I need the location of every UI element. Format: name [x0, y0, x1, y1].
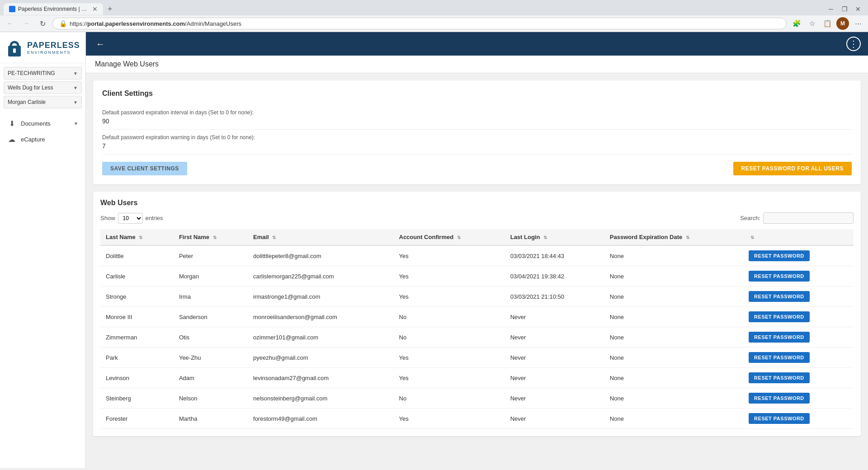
cell-last-name: Park — [100, 348, 174, 368]
setting-row-expiry-interval: Default password expiration interval in … — [102, 105, 852, 130]
cell-action: RESET PASSWORD — [743, 348, 854, 368]
cell-email: forestorm49@gmail.com — [248, 409, 393, 429]
sidebar-item-documents[interactable]: ⬇ Documents ▼ — [4, 116, 82, 132]
cell-last-login: 03/03/2021 18:44:43 — [505, 245, 604, 266]
cell-expiry: None — [604, 409, 743, 429]
chevron-down-icon: ▼ — [73, 71, 78, 76]
col-first-name[interactable]: First Name ⇅ — [174, 229, 248, 245]
web-users-section: Web Users Show 10 25 50 100 entries Sea — [93, 192, 861, 436]
more-options-button[interactable]: ⋯ — [852, 17, 864, 30]
forward-nav-button[interactable]: → — [20, 17, 33, 30]
show-entries-control: Show 10 25 50 100 entries — [100, 213, 163, 224]
reset-password-button[interactable]: RESET PASSWORD — [749, 311, 810, 322]
table-row: Zimmerman Otis ozimmer101@gmail.com No N… — [100, 327, 854, 348]
cell-confirmed: Yes — [394, 409, 505, 429]
sidebar-dropdown-client[interactable]: Wells Dug for Less ▼ — [4, 81, 82, 94]
secure-icon: 🔒 — [59, 20, 67, 27]
new-tab-button[interactable]: + — [105, 5, 115, 14]
page-title: Manage Web Users — [95, 60, 859, 68]
cloud-icon: ☁ — [7, 135, 16, 144]
reload-button[interactable]: ↻ — [36, 17, 49, 30]
cell-expiry: None — [604, 368, 743, 388]
cell-action: RESET PASSWORD — [743, 388, 854, 409]
close-window-button[interactable]: ✕ — [852, 3, 864, 15]
col-expiry[interactable]: Password Expiration Date ⇅ — [604, 229, 743, 245]
cell-expiry: None — [604, 287, 743, 307]
sort-icon-last-login: ⇅ — [543, 235, 547, 240]
cell-last-login: Never — [505, 388, 604, 409]
show-label: Show — [100, 215, 115, 221]
reset-password-button[interactable]: RESET PASSWORD — [749, 271, 810, 282]
sort-icon-last-name: ⇅ — [139, 235, 142, 240]
url-domain: portal.paperlessenvironments.com — [87, 20, 185, 27]
cell-confirmed: No — [394, 327, 505, 348]
reset-password-button[interactable]: RESET PASSWORD — [749, 291, 810, 302]
favorites-button[interactable]: ☆ — [806, 17, 818, 30]
table-row: Steinberg Nelson nelsonsteinberg@gmail.c… — [100, 388, 854, 409]
collections-button[interactable]: 📋 — [821, 17, 834, 30]
logo-text: PAPERLESS ENVIRONMENTS — [27, 41, 80, 55]
cell-last-login: Never — [505, 327, 604, 348]
url-text: https://portal.paperlessenvironments.com… — [70, 20, 780, 27]
setting-value-expiry-warning: 7 — [102, 142, 852, 150]
reset-password-button[interactable]: RESET PASSWORD — [749, 413, 810, 424]
back-button[interactable]: ← — [93, 37, 108, 51]
table-row: Levinson Adam levinsonadam27@gmail.com Y… — [100, 368, 854, 388]
col-last-name[interactable]: Last Name ⇅ — [100, 229, 174, 245]
sort-icon-action: ⇅ — [750, 235, 754, 240]
active-tab[interactable]: Paperless Environments | ePortal ✕ — [4, 3, 103, 15]
profile-button[interactable]: M — [836, 17, 849, 30]
client-settings-card: Client Settings Default password expirat… — [93, 80, 861, 184]
col-email[interactable]: Email ⇅ — [248, 229, 393, 245]
cell-email: levinsonadam27@gmail.com — [248, 368, 393, 388]
entries-per-page-select[interactable]: 10 25 50 100 — [118, 213, 143, 224]
back-nav-button[interactable]: ← — [4, 17, 16, 30]
sidebar-dropdown-user[interactable]: Morgan Carlisle ▼ — [4, 96, 82, 108]
col-confirmed[interactable]: Account Confirmed ⇅ — [394, 229, 505, 245]
cell-last-name: Dolittle — [100, 245, 174, 266]
reset-password-button[interactable]: RESET PASSWORD — [749, 372, 810, 383]
cell-first-name: Yee-Zhu — [174, 348, 248, 368]
cell-expiry: None — [604, 307, 743, 327]
cell-last-name: Monroe III — [100, 307, 174, 327]
cell-expiry: None — [604, 245, 743, 266]
col-action: ⇅ — [743, 229, 854, 245]
maximize-button[interactable]: ❐ — [838, 3, 851, 15]
table-row: Dolittle Peter dolitttlepeter8@gmail.com… — [100, 245, 854, 266]
reset-password-button[interactable]: RESET PASSWORD — [749, 332, 810, 343]
page-header: Manage Web Users — [86, 56, 868, 73]
main-content: ← ⋮ Manage Web Users Client Settings Def… — [86, 32, 868, 468]
setting-value-expiry-interval: 90 — [102, 118, 852, 125]
cell-action: RESET PASSWORD — [743, 368, 854, 388]
save-client-settings-button[interactable]: SAVE CLIENT SETTINGS — [102, 162, 187, 175]
browser-actions: 🧩 ☆ 📋 M ⋯ — [790, 17, 864, 30]
sidebar-dropdowns: PE-TECHWRITING ▼ Wells Dug for Less ▼ Mo… — [0, 63, 85, 112]
url-bar[interactable]: 🔒 https://portal.paperlessenvironments.c… — [52, 18, 787, 29]
cell-email: nelsonsteinberg@gmail.com — [248, 388, 393, 409]
reset-password-button[interactable]: RESET PASSWORD — [749, 250, 810, 261]
cell-action: RESET PASSWORD — [743, 245, 854, 266]
cell-confirmed: Yes — [394, 245, 505, 266]
col-last-login[interactable]: Last Login ⇅ — [505, 229, 604, 245]
cell-first-name: Irma — [174, 287, 248, 307]
tab-title: Paperless Environments | ePortal — [18, 6, 90, 12]
chevron-down-icon-documents: ▼ — [74, 121, 78, 126]
cell-last-name: Zimmerman — [100, 327, 174, 348]
tab-close-button[interactable]: ✕ — [92, 6, 98, 12]
extensions-button[interactable]: 🧩 — [790, 17, 803, 30]
cell-last-name: Carlisle — [100, 266, 174, 287]
reset-password-button[interactable]: RESET PASSWORD — [749, 393, 810, 404]
search-input[interactable] — [763, 212, 854, 224]
reset-password-all-button[interactable]: RESET PASSWORD FOR ALL USERS — [733, 162, 852, 175]
sidebar-nav: ⬇ Documents ▼ ☁ eCapture — [0, 112, 85, 151]
sidebar-item-ecapture[interactable]: ☁ eCapture — [4, 132, 82, 147]
top-nav-more-button[interactable]: ⋮ — [846, 37, 861, 51]
reset-password-button[interactable]: RESET PASSWORD — [749, 352, 810, 363]
download-icon: ⬇ — [7, 119, 16, 128]
cell-last-login: Never — [505, 409, 604, 429]
sidebar-dropdown-company[interactable]: PE-TECHWRITING ▼ — [4, 67, 82, 80]
cell-first-name: Nelson — [174, 388, 248, 409]
minimize-button[interactable]: ─ — [825, 3, 837, 15]
cell-expiry: None — [604, 266, 743, 287]
tab-favicon — [9, 6, 15, 12]
